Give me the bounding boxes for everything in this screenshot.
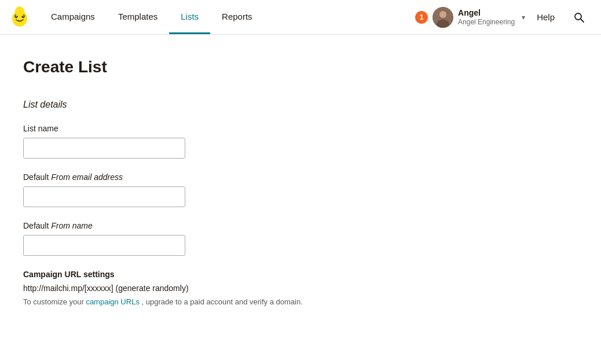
- search-button[interactable]: [566, 12, 592, 23]
- campaign-url-section: Campaign URL settings http://mailchi.mp/…: [23, 270, 324, 308]
- nav-item-campaigns[interactable]: Campaigns: [39, 0, 107, 34]
- nav-item-lists[interactable]: Lists: [169, 0, 210, 34]
- user-avatar-icon: [433, 7, 453, 28]
- nav-items: Campaigns Templates Lists Reports: [39, 0, 415, 34]
- user-name: Angel: [458, 8, 515, 18]
- user-dropdown-arrow[interactable]: ▾: [522, 13, 525, 21]
- nav-item-reports[interactable]: Reports: [210, 0, 264, 34]
- list-name-group: List name: [23, 124, 324, 159]
- section-title: List details: [23, 100, 324, 110]
- svg-point-6: [16, 9, 18, 12]
- default-from-email-group: Default From email address: [23, 172, 324, 207]
- notification-badge[interactable]: 1: [415, 11, 428, 24]
- campaign-urls-link[interactable]: campaign URLs: [86, 297, 140, 306]
- default-from-email-label: Default From email address: [23, 172, 324, 182]
- default-from-name-input[interactable]: [23, 235, 185, 256]
- svg-point-11: [439, 11, 446, 18]
- default-from-name-group: Default From name: [23, 221, 324, 256]
- help-link[interactable]: Help: [530, 12, 562, 22]
- default-from-name-label: Default From name: [23, 221, 324, 230]
- avatar: [433, 7, 453, 28]
- mailchimp-logo-icon: [8, 6, 31, 29]
- avatar-image: [433, 7, 453, 28]
- list-name-label: List name: [23, 124, 324, 133]
- campaign-url-hint: To customize your campaign URLs , upgrad…: [23, 296, 324, 308]
- default-from-email-input[interactable]: [23, 186, 185, 207]
- navbar-right: 1 Angel Angel Engineering ▾ Help: [415, 7, 601, 28]
- search-icon: [573, 12, 585, 23]
- navbar: Campaigns Templates Lists Reports 1 Ange…: [0, 0, 601, 35]
- svg-point-7: [21, 9, 24, 12]
- user-org: Angel Engineering: [458, 18, 515, 27]
- nav-item-templates[interactable]: Templates: [107, 0, 169, 34]
- svg-point-13: [575, 13, 581, 20]
- svg-line-14: [581, 19, 584, 22]
- list-name-input[interactable]: [23, 138, 185, 159]
- main-content: Create List List details List name Defau…: [0, 35, 347, 331]
- campaign-url-title: Campaign URL settings: [23, 270, 324, 279]
- campaign-url-value: http://mailchi.mp/[xxxxxx] (generate ran…: [23, 284, 324, 293]
- logo[interactable]: [6, 3, 34, 31]
- page-title: Create List: [23, 58, 324, 76]
- user-info: Angel Angel Engineering: [458, 8, 515, 27]
